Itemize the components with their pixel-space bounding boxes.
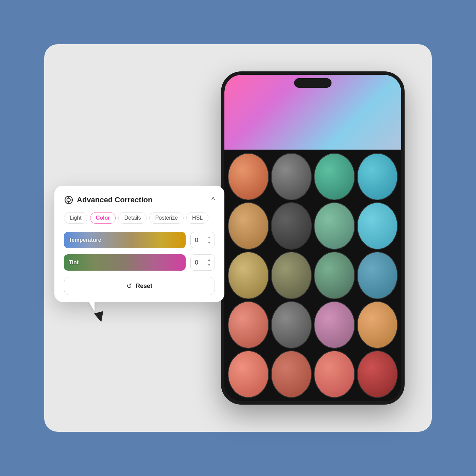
temperature-slider-container: Temperature 0 ▲ ▼ xyxy=(64,232,215,248)
palette-circle xyxy=(357,153,398,200)
palette-circle xyxy=(271,301,312,348)
cursor-arrow xyxy=(94,311,106,323)
tab-details[interactable]: Details xyxy=(118,212,147,224)
palette-circle xyxy=(357,202,398,250)
tab-posterize[interactable]: Posterize xyxy=(149,212,184,224)
temperature-arrows: ▲ ▼ xyxy=(206,235,212,245)
palette-circle xyxy=(228,351,269,398)
phone-palette xyxy=(224,150,401,401)
panel-title-group: Advanced Correction xyxy=(64,195,153,205)
palette-circle xyxy=(314,351,355,398)
tint-slider-row: Tint 0 ▲ ▼ xyxy=(64,254,215,271)
tint-slider-track[interactable]: Tint xyxy=(64,254,186,271)
palette-circle xyxy=(314,153,355,200)
temperature-label: Temperature xyxy=(69,237,101,243)
phone-screen xyxy=(224,75,401,401)
tab-light[interactable]: Light xyxy=(64,212,87,224)
svg-point-1 xyxy=(67,198,70,202)
temperature-value: 0 xyxy=(195,237,198,244)
palette-circle xyxy=(314,252,355,299)
temperature-decrement[interactable]: ▼ xyxy=(206,240,212,245)
palette-circle xyxy=(271,153,312,200)
phone-notch xyxy=(294,78,332,88)
palette-circle xyxy=(314,202,355,250)
tint-arrows: ▲ ▼ xyxy=(206,257,212,268)
phone-mockup xyxy=(221,71,405,405)
palette-circle xyxy=(271,252,312,299)
tint-value-box: 0 ▲ ▼ xyxy=(190,254,215,271)
palette-circle xyxy=(314,301,355,348)
tab-hsl[interactable]: HSL xyxy=(186,212,208,224)
reset-label: Reset xyxy=(136,283,152,290)
palette-circle xyxy=(357,301,398,348)
reset-button[interactable]: ↺ Reset xyxy=(64,277,215,295)
panel-header: Advanced Correction ^ xyxy=(64,195,215,205)
temperature-slider-track[interactable]: Temperature xyxy=(64,232,186,248)
correction-icon xyxy=(64,195,73,205)
palette-circle xyxy=(357,351,398,398)
palette-circle xyxy=(271,202,312,250)
correction-panel: Advanced Correction ^ Light Color Detail… xyxy=(54,186,224,302)
tabs-row: Light Color Details Posterize HSL xyxy=(64,212,215,224)
tint-label: Tint xyxy=(69,259,79,266)
tab-color[interactable]: Color xyxy=(90,212,116,224)
tint-slider-container: Tint 0 ▲ ▼ xyxy=(64,254,215,271)
temperature-increment[interactable]: ▲ xyxy=(206,235,212,240)
main-card: Advanced Correction ^ Light Color Detail… xyxy=(44,44,432,432)
tint-value: 0 xyxy=(195,259,198,266)
palette-circle xyxy=(357,252,398,299)
palette-circle xyxy=(228,153,269,200)
tint-increment[interactable]: ▲ xyxy=(206,257,212,262)
palette-circle xyxy=(228,252,269,299)
temperature-slider-row: Temperature 0 ▲ ▼ xyxy=(64,232,215,248)
palette-circle xyxy=(228,202,269,250)
tint-decrement[interactable]: ▼ xyxy=(206,263,212,268)
reset-icon: ↺ xyxy=(126,282,132,290)
panel-title: Advanced Correction xyxy=(77,196,153,204)
palette-circle xyxy=(228,301,269,348)
temperature-value-box: 0 ▲ ▼ xyxy=(190,232,215,248)
panel-chevron-button[interactable]: ^ xyxy=(211,196,215,204)
palette-circle xyxy=(271,351,312,398)
